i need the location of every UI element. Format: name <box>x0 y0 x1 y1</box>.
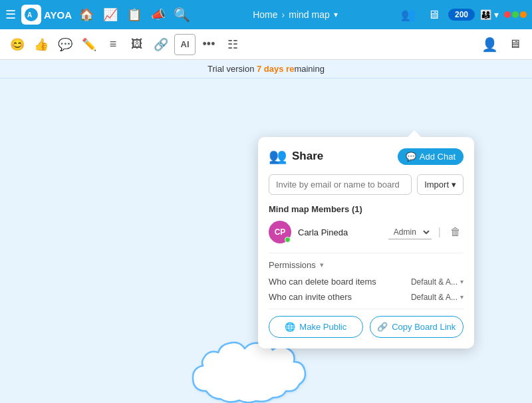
toolbar-right: 👤 🖥 <box>479 34 525 55</box>
trial-suffix: maining <box>294 64 325 74</box>
member-row: CP Carla Pineda Admin Editor Viewer | 🗑 <box>269 221 464 243</box>
action-divider <box>269 309 464 309</box>
invite-others-value-area[interactable]: Default & A... ▾ <box>411 293 464 302</box>
megaphone-nav-icon[interactable]: 📣 <box>148 4 169 25</box>
share-toolbar-icon[interactable]: 👤 <box>479 34 500 55</box>
list-nav-icon[interactable]: 📋 <box>124 4 145 25</box>
nav-right-section: 👥 🖥 200 👨‍👩‍👦 ▾ <box>398 4 527 25</box>
ayoa-logo-icon[interactable]: A <box>21 5 41 25</box>
link-icon: 🔗 <box>377 322 388 332</box>
users-nav-icon[interactable]: 👥 <box>398 4 419 25</box>
permissions-label: Permissions <box>269 260 316 270</box>
import-label: Import <box>424 180 449 190</box>
hamburger-menu-icon[interactable]: ☰ <box>5 7 16 22</box>
trial-banner: Trial version 7 days remaining <box>0 60 532 78</box>
member-delete-button[interactable]: 🗑 <box>448 223 464 241</box>
breadcrumb-dropdown-icon[interactable]: ▾ <box>334 10 338 19</box>
add-chat-button[interactable]: 💬 Add Chat <box>398 148 464 165</box>
invite-others-label: Who can invite others <box>269 292 352 302</box>
svg-text:A: A <box>27 11 32 19</box>
emoji-toolbar-icon[interactable]: 😊 <box>7 34 28 55</box>
member-divider: | <box>438 226 441 238</box>
toolbar: 😊 👍 💬 ✏️ ≡ 🖼 🔗 AI ••• ☷ 👤 🖥 <box>0 29 532 60</box>
grid-toolbar-icon[interactable]: ☷ <box>222 34 243 55</box>
invite-others-value: Default & A... <box>411 293 458 302</box>
pen-toolbar-icon[interactable]: ✏️ <box>78 34 100 55</box>
image-toolbar-icon[interactable]: 🖼 <box>126 34 148 55</box>
invite-input[interactable] <box>269 174 412 195</box>
nav-center-section: Home › mind map ▾ <box>197 9 394 20</box>
member-initials: CP <box>275 227 286 237</box>
logo-text: AYOA <box>44 9 72 21</box>
search-nav-icon[interactable]: 🔍 <box>172 4 193 25</box>
invite-others-chevron-icon: ▾ <box>460 293 464 301</box>
delete-items-value: Default & A... <box>411 277 458 287</box>
nav-tool-icons: 🏠 📈 📋 📣 🔍 <box>76 4 193 25</box>
share-people-icon: 👥 <box>269 148 287 165</box>
counter-badge: 200 <box>448 9 475 21</box>
invite-row: Import ▾ <box>269 174 464 195</box>
delete-items-value-area[interactable]: Default & A... ▾ <box>411 277 464 287</box>
action-buttons-row: 🌐 Make Public 🔗 Copy Board Link <box>269 316 464 338</box>
screen-nav-icon[interactable]: 🖥 <box>423 4 444 25</box>
member-role-select[interactable]: Admin Editor Viewer <box>388 225 432 239</box>
home-nav-icon[interactable]: 🏠 <box>76 4 97 25</box>
copy-board-link-button[interactable]: 🔗 Copy Board Link <box>370 316 464 338</box>
breadcrumb-separator: › <box>282 9 285 20</box>
delete-items-label: Who can delete board items <box>269 277 376 287</box>
import-chevron-icon: ▾ <box>452 180 456 190</box>
nav-left-section: ☰ A AYOA <box>5 5 72 25</box>
breadcrumb: Home › mind map ▾ <box>253 9 338 20</box>
chart-nav-icon[interactable]: 📈 <box>100 4 121 25</box>
import-button[interactable]: Import ▾ <box>417 174 464 195</box>
section-divider <box>269 253 464 253</box>
share-title-area: 👥 Share <box>269 148 323 165</box>
logo-area: A AYOA <box>21 5 72 25</box>
share-panel-header: 👥 Share 💬 Add Chat <box>269 148 464 165</box>
add-chat-label: Add Chat <box>420 152 456 162</box>
make-public-label: Make Public <box>299 322 346 332</box>
delete-items-chevron-icon: ▾ <box>460 278 464 285</box>
user-avatar-area[interactable] <box>504 11 527 18</box>
trial-prefix: Trial version <box>207 64 257 74</box>
chat-icon: 💬 <box>406 152 416 162</box>
comment-toolbar-icon[interactable]: 💬 <box>55 34 76 55</box>
permission-row-invite: Who can invite others Default & A... ▾ <box>269 292 464 302</box>
group-nav-icon[interactable]: 👨‍👩‍👦 ▾ <box>479 4 500 25</box>
share-panel: 👥 Share 💬 Add Chat Import ▾ Mind map Mem… <box>258 137 474 348</box>
link-toolbar-icon[interactable]: 🔗 <box>150 34 172 55</box>
member-name: Carla Pineda <box>298 227 382 237</box>
share-title: Share <box>292 150 323 163</box>
member-avatar: CP <box>269 221 291 243</box>
lines-toolbar-icon[interactable]: ≡ <box>102 34 124 55</box>
breadcrumb-current[interactable]: mind map <box>289 9 329 20</box>
members-section-title: Mind map Members (1) <box>269 204 464 214</box>
breadcrumb-home[interactable]: Home <box>253 9 277 20</box>
more-toolbar-icon[interactable]: ••• <box>198 34 219 55</box>
copy-link-label: Copy Board Link <box>392 322 456 332</box>
canvas-area: + 👥 Share 💬 Add Chat Import ▾ Mind map M… <box>0 78 532 403</box>
ai-toolbar-icon[interactable]: AI <box>174 34 196 55</box>
like-toolbar-icon[interactable]: 👍 <box>31 34 52 55</box>
make-public-button[interactable]: 🌐 Make Public <box>269 316 363 338</box>
screen2-toolbar-icon[interactable]: 🖥 <box>504 34 525 55</box>
top-navigation: ☰ A AYOA 🏠 📈 📋 📣 🔍 Home › mind map ▾ 👥 🖥… <box>0 0 532 29</box>
globe-icon: 🌐 <box>285 322 295 332</box>
permissions-header[interactable]: Permissions ▾ <box>269 260 464 270</box>
permission-row-delete: Who can delete board items Default & A..… <box>269 277 464 287</box>
permissions-chevron-icon: ▾ <box>320 261 324 269</box>
online-status-dot <box>285 237 291 243</box>
trial-days-text: 7 days re <box>257 64 294 74</box>
